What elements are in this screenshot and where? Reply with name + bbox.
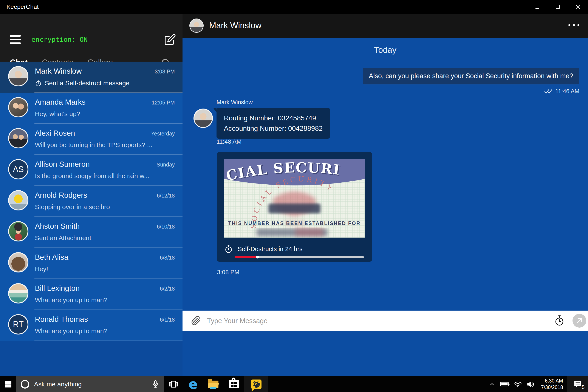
clock-time: 6:30 AM	[537, 378, 563, 384]
conversation-time: 6/2/18	[160, 286, 175, 292]
conversation-name: Arnold Rodgers	[35, 191, 87, 200]
conversation-time: 12:05 PM	[152, 100, 175, 106]
chat-pane: Mark Winslow Today Also, can you please …	[183, 14, 588, 376]
conversation-preview: Will you be turning in the TPS reports? …	[35, 141, 152, 148]
avatar	[8, 128, 28, 148]
conversation-time: 3:08 PM	[155, 68, 175, 75]
conversation-preview-text: Sent a Self-destruct message	[45, 80, 130, 87]
volume-icon[interactable]	[524, 376, 537, 392]
conversation-preview-text: Sent an Attachment	[35, 234, 91, 242]
maximize-button[interactable]	[548, 0, 568, 14]
taskbar-clock[interactable]: 6:30 AM 7/30/2018	[537, 378, 563, 391]
self-destruct-progress-knob	[256, 256, 259, 258]
taskbar-search-input[interactable]	[33, 380, 152, 388]
microphone-icon[interactable]	[152, 380, 159, 388]
self-destruct-label: Self-Destructs in 24 hrs	[238, 246, 302, 253]
conversation-name: Bill Lexington	[35, 284, 80, 292]
conversation-list-item[interactable]: Bill Lexington 6/2/18 What are you up to…	[0, 279, 183, 310]
cortana-icon	[21, 380, 29, 388]
read-receipt-icon	[544, 89, 553, 94]
avatar	[8, 221, 28, 242]
conversation-time: Sunday	[156, 162, 175, 168]
file-explorer-icon[interactable]	[203, 376, 224, 392]
card-caption-text: THIS NUMBER HAS BEEN ESTABLISHED FOR	[228, 220, 361, 226]
conversation-preview: Hey!	[35, 265, 48, 273]
start-button[interactable]	[0, 376, 16, 392]
self-destruct-progress-fill	[235, 256, 257, 258]
sidebar: encryption: ON Chat Contacts Gallery Mar…	[0, 14, 183, 376]
conversation-list-item[interactable]: RT Ronald Thomas 6/1/18 What are you up …	[0, 310, 183, 341]
conversation-list-item[interactable]: Arnold Rodgers 6/12/18 Stopping over in …	[0, 186, 183, 217]
compose-icon[interactable]	[164, 34, 176, 46]
self-destruct-timer-icon[interactable]	[554, 315, 565, 326]
attachment-card[interactable]: CIAL SECURI CIAL SECURI SOCIAL SECURITY …	[217, 152, 372, 262]
conversation-time: 6/8/18	[160, 254, 175, 261]
conversation-list-item[interactable]: Ahston Smith 6/10/18 Sent an Attachment	[0, 217, 183, 248]
self-destruct-progress	[235, 256, 364, 258]
conversation-preview-text: Hey!	[35, 265, 48, 273]
conversation-list: Mark Winslow 3:08 PM Sent a Self-destruc…	[0, 62, 183, 341]
conversation-time: 6/10/18	[157, 224, 175, 230]
taskbar-search-box[interactable]	[16, 376, 164, 392]
conversation-preview: What are you up to man?	[35, 328, 107, 335]
avatar	[194, 108, 213, 128]
message-composer	[183, 310, 588, 331]
tray-chevron-icon[interactable]	[486, 376, 499, 392]
minimize-button[interactable]	[527, 0, 548, 14]
conversation-preview-text: Is the ground soggy from all the rain w.…	[35, 172, 149, 180]
attach-file-icon[interactable]	[191, 316, 201, 326]
avatar	[8, 66, 28, 86]
self-destruct-icon	[35, 79, 42, 87]
conversation-preview-text: Will you be turning in the TPS reports? …	[35, 141, 152, 148]
wifi-icon[interactable]	[511, 376, 524, 392]
window-title: KeeperChat	[6, 4, 38, 10]
task-view-icon[interactable]	[164, 376, 183, 392]
outgoing-message-time: 11:46 AM	[555, 88, 580, 95]
conversation-preview: Is the ground soggy from all the rain w.…	[35, 172, 149, 180]
conversation-name: Mark Winslow	[35, 67, 82, 76]
edge-browser-icon[interactable]: e	[183, 376, 203, 392]
conversation-preview-text: Stopping over in a sec bro	[35, 203, 110, 211]
chat-header: Mark Winslow	[183, 14, 588, 38]
chat-contact-name: Mark Winslow	[209, 21, 262, 30]
conversation-list-item[interactable]: Amanda Marks 12:05 PM Hey, what's up?	[0, 92, 183, 124]
date-header: Today	[183, 45, 588, 55]
message-input[interactable]	[207, 316, 554, 325]
conversation-preview: Hey, what's up?	[35, 110, 80, 118]
more-options-icon[interactable]	[569, 24, 580, 26]
conversation-list-item[interactable]: AS Allison Sumeron Sunday Is the ground …	[0, 155, 183, 186]
windows-taskbar: e	[0, 376, 588, 392]
social-security-card-image: CIAL SECURI CIAL SECURI SOCIAL SECURITY …	[224, 159, 365, 238]
menu-icon[interactable]	[10, 35, 21, 44]
avatar: RT	[8, 314, 28, 334]
conversation-list-item[interactable]: Beth Alisa 6/8/18 Hey!	[0, 248, 183, 279]
avatar: AS	[8, 159, 28, 180]
send-button[interactable]	[573, 314, 586, 328]
avatar	[8, 190, 28, 210]
avatar	[8, 97, 28, 118]
conversation-list-item[interactable]: Alexi Rosen Yesterday Will you be turnin…	[0, 124, 183, 155]
incoming-message-line: Accounting Number: 004288982	[224, 123, 323, 134]
notification-count-badge: 5	[582, 384, 585, 390]
conversation-preview: What are you up to man?	[35, 296, 107, 304]
keeperchat-taskbar-icon[interactable]	[244, 376, 268, 392]
sidebar-header: encryption: ON Chat Contacts Gallery	[0, 14, 183, 62]
microsoft-store-icon[interactable]	[224, 376, 244, 392]
close-button[interactable]	[568, 0, 588, 14]
conversation-time: 6/1/18	[160, 316, 175, 323]
conversation-list-item[interactable]: Mark Winslow 3:08 PM Sent a Self-destruc…	[0, 62, 183, 92]
conversation-preview: Stopping over in a sec bro	[35, 203, 110, 211]
incoming-message-line: Routing Number: 0324585749	[224, 113, 323, 123]
conversation-preview-text: What are you up to man?	[35, 328, 107, 335]
conversation-preview-text: What are you up to man?	[35, 296, 107, 304]
conversation-name: Allison Sumeron	[35, 160, 90, 168]
conversation-name: Alexi Rosen	[35, 129, 75, 138]
conversation-time: 6/12/18	[157, 192, 175, 199]
outgoing-message-meta: 11:46 AM	[544, 88, 580, 95]
conversation-preview-text: Hey, what's up?	[35, 110, 80, 118]
conversation-name: Amanda Marks	[35, 98, 85, 106]
action-center-icon[interactable]: 5	[567, 376, 588, 392]
battery-icon[interactable]	[499, 376, 511, 392]
stopwatch-icon	[224, 244, 233, 254]
conversation-name: Ahston Smith	[35, 222, 80, 230]
